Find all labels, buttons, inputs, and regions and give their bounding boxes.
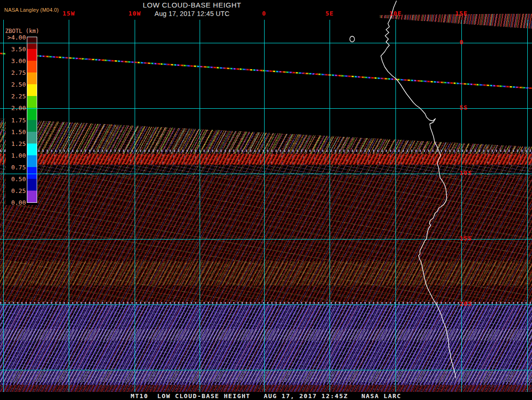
latitude-label: 20S [459,300,472,307]
status-bar: MT10 LOW CLOUD-BASE HEIGHT AUG 17, 2017 … [0,392,532,400]
latitude-label: 10S [459,169,472,176]
longitude-label: 15E [455,10,468,17]
africa-west-coastline [381,1,456,378]
timestamp: Aug 17, 2017 12:45 UTC [117,10,267,17]
longitude-label: 10E [389,10,402,17]
latitude-label: 5S [459,104,468,111]
latitude-label: 0 [459,39,464,45]
weather-map-product: ZBOTL (km) >4.003.503.002.752.502.252.00… [0,0,532,400]
latitude-label: 15S [459,235,472,241]
page-title: LOW CLOUD-BASE HEIGHT [117,1,267,9]
coastline [0,0,532,400]
title-block: LOW CLOUD-BASE HEIGHT Aug 17, 2017 12:45… [117,1,267,17]
island-outline [350,36,355,42]
longitude-label: 5E [325,10,334,17]
longitude-label: 15W [63,10,75,17]
source-tag: NASA Langley (M04.0) [4,7,59,13]
